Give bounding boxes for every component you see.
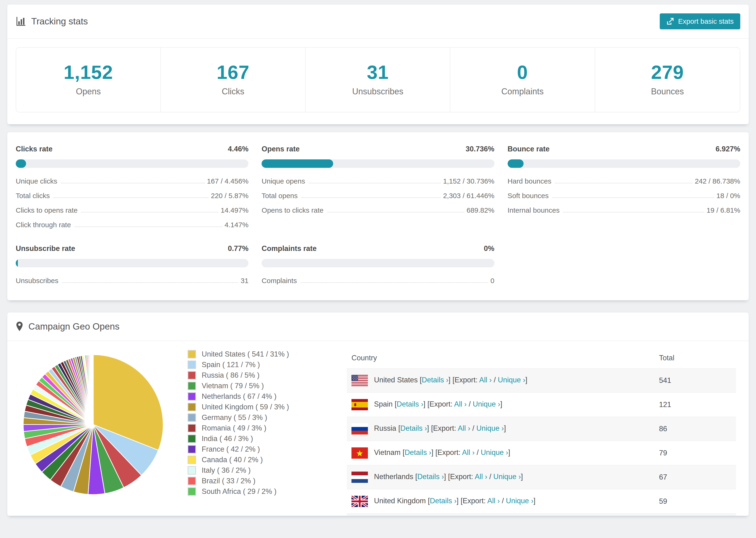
- dotted-leader: [75, 227, 222, 227]
- details-link[interactable]: Details ›: [405, 448, 431, 457]
- opens-rate-title: Opens rate: [261, 145, 299, 153]
- flag-us-icon: [351, 375, 368, 386]
- legend-item: Vietnam ( 79 / 5% ): [188, 382, 340, 390]
- legend-swatch: [188, 466, 196, 475]
- legend-swatch: [188, 371, 196, 380]
- table-row-vietnam: Vietnam [Details ›] [Export: All › / Uni…: [347, 441, 736, 465]
- geo-title-text: Campaign Geo Opens: [28, 321, 120, 332]
- rate-row: Soft bounces18 / 0%: [508, 192, 740, 200]
- export-all-link[interactable]: All ›: [475, 472, 487, 481]
- details-link[interactable]: Details ›: [397, 400, 423, 408]
- table-row-spain: Spain [Details ›] [Export: All › / Uniqu…: [347, 393, 736, 417]
- export-all-link[interactable]: All ›: [454, 400, 466, 408]
- tracking-stats-card: Tracking stats Export basic stats 1,152 …: [7, 4, 749, 125]
- rate-row: Total clicks220 / 5.87%: [16, 192, 248, 200]
- export-unique-link[interactable]: Unique ›: [493, 472, 521, 481]
- complaints-rate-bar: [261, 259, 494, 267]
- dotted-leader: [61, 183, 205, 183]
- flag-ru-icon: [351, 423, 368, 435]
- flag-es-icon: [351, 399, 368, 410]
- dotted-leader: [553, 197, 714, 198]
- export-all-link[interactable]: All ›: [458, 424, 470, 432]
- unsubscribe-rate-title: Unsubscribe rate: [16, 244, 75, 253]
- stat-clicks: 167 Clicks: [161, 48, 305, 112]
- dotted-leader: [563, 212, 704, 212]
- clicks-rate-value: 4.46%: [228, 145, 248, 153]
- tracking-stats-title-text: Tracking stats: [31, 16, 88, 27]
- table-row-russia: Russia [Details ›] [Export: All › / Uniq…: [347, 417, 736, 441]
- stats-summary-row: 1,152 Opens 167 Clicks 31 Unsubscribes 0…: [16, 47, 740, 112]
- stat-complaints: 0 Complaints: [450, 48, 595, 112]
- details-link[interactable]: Details ›: [430, 497, 457, 505]
- bounce-rate-bar: [508, 159, 740, 168]
- stat-complaints-value: 0: [450, 61, 594, 83]
- geo-table: Country Total United States [Details ›] …: [347, 347, 736, 516]
- legend-item: Germany ( 55 / 3% ): [188, 413, 340, 422]
- total-cell: 55: [654, 513, 736, 516]
- rate-row: Complaints0: [261, 277, 494, 285]
- legend-item: Netherlands ( 67 / 4% ): [188, 392, 340, 401]
- export-all-link[interactable]: All ›: [487, 497, 500, 505]
- legend-swatch: [188, 435, 196, 443]
- details-link[interactable]: Details ›: [417, 472, 444, 481]
- legend-item: Spain ( 121 / 7% ): [188, 360, 340, 369]
- stat-bounces-value: 279: [595, 61, 740, 83]
- total-column-header: Total: [654, 347, 736, 368]
- legend-swatch: [188, 403, 196, 411]
- export-unique-link[interactable]: Unique ›: [498, 376, 525, 384]
- export-unique-link[interactable]: Unique ›: [481, 448, 508, 457]
- export-unique-link[interactable]: Unique ›: [476, 424, 504, 432]
- complaints-rate-block: Complaints rate 0% Complaints0: [261, 244, 494, 285]
- legend-swatch: [188, 424, 196, 432]
- export-all-link[interactable]: All ›: [479, 376, 492, 384]
- rate-row: Hard bounces242 / 86.738%: [508, 177, 740, 185]
- unsubscribe-rate-value: 0.77%: [228, 244, 248, 253]
- flag-gb-icon: [351, 496, 368, 507]
- flag-vn-icon: [351, 447, 368, 459]
- rate-row: Total opens2,303 / 61.446%: [261, 192, 494, 200]
- clicks-rate-block: Clicks rate 4.46% Unique clicks167 / 4.4…: [16, 145, 248, 229]
- legend-swatch: [188, 456, 196, 464]
- export-all-link[interactable]: All ›: [462, 448, 474, 457]
- export-basic-stats-button[interactable]: Export basic stats: [660, 13, 740, 29]
- legend-item: United States ( 541 / 31% ): [188, 350, 340, 358]
- legend-swatch: [188, 360, 196, 369]
- total-cell: 67: [654, 465, 736, 489]
- legend-swatch: [188, 392, 196, 401]
- opens-rate-bar: [261, 159, 494, 168]
- rate-row: Unique opens1,152 / 30.736%: [261, 177, 494, 185]
- dotted-leader: [555, 183, 692, 183]
- unsubscribe-rate-bar: [16, 259, 248, 267]
- details-link[interactable]: Details ›: [422, 376, 449, 384]
- tracking-stats-title: Tracking stats: [16, 16, 88, 27]
- legend-swatch: [188, 413, 196, 422]
- legend-swatch: [188, 445, 196, 454]
- export-unique-link[interactable]: Unique ›: [506, 497, 533, 505]
- table-row-united-states: United States [Details ›] [Export: All ›…: [347, 368, 736, 393]
- clicks-rate-bar: [16, 159, 248, 168]
- export-icon: [666, 17, 674, 26]
- campaign-geo-opens-card: Campaign Geo Opens United States ( 541 /…: [7, 312, 749, 516]
- rate-row: Opens to clicks rate689.82%: [261, 206, 494, 214]
- legend-swatch: [188, 487, 196, 496]
- legend-item: South Africa ( 29 / 2% ): [188, 487, 340, 496]
- table-row-netherlands: Netherlands [Details ›] [Export: All › /…: [347, 465, 736, 489]
- bounce-rate-value: 6.927%: [716, 145, 740, 153]
- rate-row: Clicks to opens rate14.497%: [16, 206, 248, 214]
- clicks-rate-title: Clicks rate: [16, 145, 53, 153]
- dotted-leader: [327, 212, 464, 212]
- legend-item: Brazil ( 33 / 2% ): [188, 477, 340, 485]
- dotted-leader: [81, 212, 218, 212]
- tracking-stats-header: Tracking stats Export basic stats: [7, 4, 749, 39]
- legend-item: Russia ( 86 / 5% ): [188, 371, 340, 380]
- dotted-leader: [300, 282, 488, 283]
- stat-opens: 1,152 Opens: [16, 48, 161, 112]
- details-link[interactable]: Details ›: [400, 424, 427, 432]
- flag-nl-icon: [351, 471, 368, 483]
- geo-pie-chart: [21, 347, 166, 503]
- total-cell: 121: [654, 393, 736, 417]
- export-unique-link[interactable]: Unique ›: [473, 400, 500, 408]
- total-cell: 59: [654, 489, 736, 513]
- stat-unsubscribes: 31 Unsubscribes: [306, 48, 450, 112]
- stat-unsubscribes-label: Unsubscribes: [306, 86, 450, 96]
